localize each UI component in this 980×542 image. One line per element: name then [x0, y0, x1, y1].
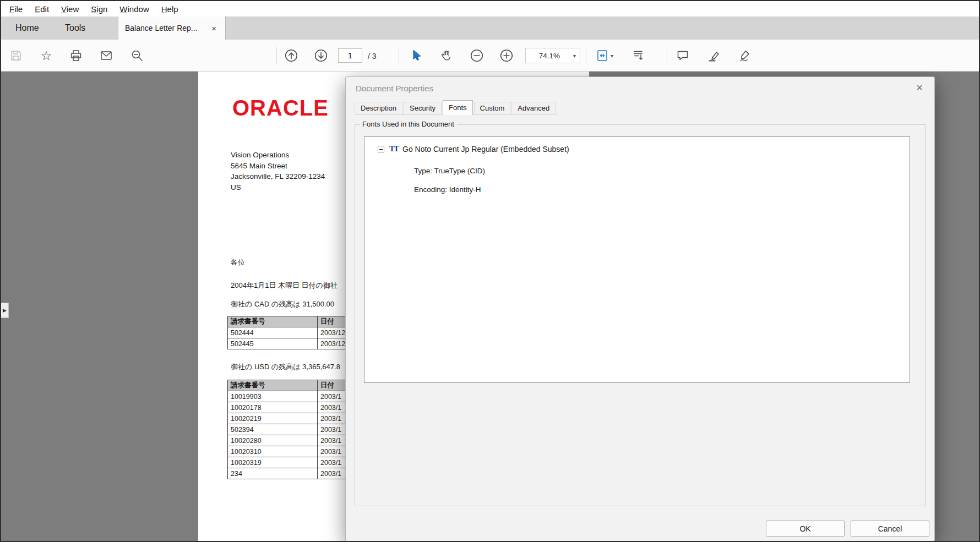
sender-address: Vision Operations 5645 Main Street Jacks… [231, 150, 325, 193]
plus-circle-icon [499, 48, 514, 63]
close-tab-icon[interactable]: × [209, 23, 219, 34]
hand-tool-button[interactable] [438, 47, 455, 64]
close-icon: × [916, 81, 923, 94]
dialog-title: Document Properties [356, 84, 433, 93]
cancel-button[interactable]: Cancel [851, 521, 929, 536]
zoom-level-dropdown[interactable]: 74.1% ▾ [525, 48, 580, 63]
printer-icon [69, 49, 83, 62]
tab-fonts[interactable]: Fonts [443, 100, 473, 115]
hand-icon [440, 49, 453, 62]
fit-page-button[interactable]: ▾ [591, 47, 618, 64]
menu-sign[interactable]: Sign [85, 2, 113, 16]
invoice-number-cell: 10020219 [228, 413, 318, 424]
font-type: Type: TrueType (CID) [414, 167, 485, 175]
tab-bar: Home Tools Balance Letter Rep... × [1, 17, 979, 40]
document-area: ORACLE Vision Operations 5645 Main Stree… [1, 72, 979, 541]
date-line: 2004年1月1日 木曜日 日付の御社 [231, 281, 337, 291]
favorites-button[interactable]: ☆ [38, 47, 55, 64]
invoice-number-cell: 10019903 [228, 391, 318, 402]
zoom-out-button[interactable] [469, 47, 485, 64]
menu-window[interactable]: Window [113, 2, 155, 16]
tab-document[interactable]: Balance Letter Rep... × [118, 17, 226, 40]
select-tool-button[interactable] [407, 47, 424, 64]
invoice-number-cell: 234 [228, 468, 318, 479]
menu-file[interactable]: File [3, 2, 29, 16]
chevron-right-icon: ▶ [3, 308, 7, 313]
scroll-mode-icon [631, 49, 645, 62]
truetype-icon: TT [389, 144, 398, 154]
tab-security[interactable]: Security [404, 102, 442, 114]
tab-home[interactable]: Home [1, 17, 53, 40]
toolbar-separator [586, 47, 586, 64]
envelope-icon [100, 49, 113, 62]
save-button[interactable] [8, 47, 24, 64]
address-line: 5645 Main Street [231, 161, 325, 172]
document-properties-dialog: Document Properties × Description Securi… [345, 76, 935, 541]
font-encoding: Encoding: Identity-H [414, 185, 481, 194]
signature-icon [738, 49, 752, 62]
tab-tools[interactable]: Tools [51, 17, 100, 40]
usd-balance-line: 御社の USD の残高は 3,365,647.8 [231, 362, 340, 372]
address-line: Vision Operations [231, 150, 325, 161]
fill-sign-button[interactable] [737, 47, 753, 64]
menu-view[interactable]: View [55, 2, 85, 16]
zoom-marquee-icon [130, 49, 144, 62]
cad-balance-line: 御社の CAD の残高は 31,500.00 [231, 299, 334, 309]
menu-edit[interactable]: Edit [29, 2, 55, 16]
caret-down-icon: ▾ [611, 53, 613, 59]
print-button[interactable] [68, 47, 84, 64]
dialog-close-button[interactable]: × [912, 80, 927, 95]
marquee-zoom-button[interactable] [129, 47, 145, 64]
oracle-logo: ORACLE [232, 96, 329, 121]
cursor-arrow-icon [409, 49, 422, 62]
toolbar-separator [399, 47, 399, 64]
invoice-number-cell: 10020178 [228, 402, 318, 413]
dialog-tab-strip: Description Security Fonts Custom Advanc… [355, 100, 557, 115]
invoice-number-cell: 502444 [228, 327, 318, 338]
invoice-number-header: 請求書番号 [228, 380, 318, 391]
invoice-number-cell: 10020310 [228, 446, 318, 457]
invoice-number-cell: 10020280 [228, 435, 318, 446]
fonts-group-label: Fonts Used in this Document [360, 120, 457, 128]
minus-circle-icon [470, 48, 484, 63]
comment-icon [676, 49, 689, 62]
toolbar: ☆ / 3 74 [1, 40, 979, 72]
tab-advanced[interactable]: Advanced [511, 102, 556, 114]
email-button[interactable] [98, 47, 115, 64]
arrow-up-circle-icon [284, 48, 298, 63]
page-count-label: / 3 [368, 52, 377, 61]
next-page-button[interactable] [313, 47, 329, 64]
previous-page-button[interactable] [283, 47, 300, 64]
zoom-level-value: 74.1% [526, 52, 573, 60]
invoice-number-cell: 502445 [228, 338, 318, 349]
page-display-button[interactable] [630, 47, 646, 64]
fonts-list[interactable]: TT Go Noto Current Jp Regular (Embedded … [364, 136, 910, 383]
ok-button[interactable]: OK [766, 521, 845, 536]
arrow-down-circle-icon [314, 48, 328, 63]
tab-custom[interactable]: Custom [474, 102, 511, 114]
tab-description[interactable]: Description [355, 102, 402, 114]
invoice-number-header: 請求書番号 [228, 316, 318, 327]
zoom-in-button[interactable] [498, 47, 515, 64]
menu-help[interactable]: Help [155, 2, 184, 16]
collapse-toggle[interactable] [378, 146, 384, 152]
font-name[interactable]: Go Noto Current Jp Regular (Embedded Sub… [402, 145, 569, 154]
toolbar-separator [276, 47, 277, 64]
document-tab-label: Balance Letter Rep... [125, 24, 198, 32]
acrobat-window: File Edit View Sign Window Help Home Too… [0, 0, 980, 542]
caret-down-icon: ▾ [573, 53, 580, 59]
menu-bar: File Edit View Sign Window Help [1, 1, 979, 17]
save-icon [9, 49, 23, 62]
invoice-number-cell: 10020319 [228, 457, 318, 468]
fit-page-icon [596, 49, 609, 62]
comment-button[interactable] [674, 47, 691, 64]
invoice-number-cell: 502394 [228, 424, 318, 435]
highlight-button[interactable] [706, 47, 722, 64]
star-icon: ☆ [41, 50, 52, 62]
address-line: US [231, 182, 325, 193]
highlighter-icon [707, 49, 721, 62]
toolbar-separator [667, 47, 667, 64]
page-number-input[interactable] [338, 48, 362, 63]
address-line: Jacksonville, FL 32209-1234 [231, 171, 325, 182]
sidebar-expand-button[interactable]: ▶ [1, 303, 9, 318]
